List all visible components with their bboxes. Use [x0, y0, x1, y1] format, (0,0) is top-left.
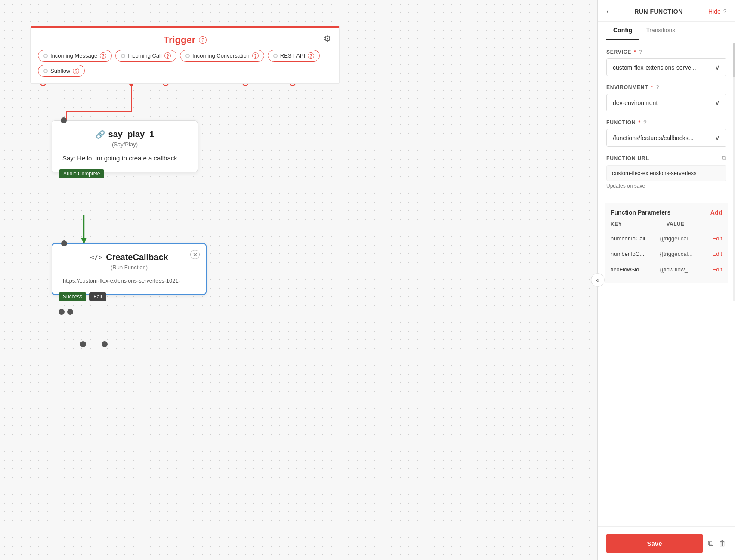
- trigger-tab-incoming-message[interactable]: Incoming Message ?: [38, 50, 112, 62]
- environment-field: ENVIRONMENT * ? dev-environment ∨: [606, 84, 726, 111]
- param-key-1: numberToC...: [611, 251, 660, 257]
- scroll-indicator: [733, 43, 735, 301]
- section-divider: [598, 196, 735, 196]
- param-edit-0[interactable]: Edit: [713, 235, 722, 242]
- service-required-star: *: [634, 49, 636, 55]
- callback-icon: </>: [90, 253, 102, 262]
- function-params-section: Function Parameters Add KEY VALUE number…: [605, 203, 728, 283]
- success-badge: Success: [59, 292, 86, 301]
- svg-point-9: [80, 341, 86, 347]
- function-field: FUNCTION * ? /functions/features/callbac…: [606, 119, 726, 147]
- function-label-text: FUNCTION: [606, 120, 636, 126]
- say-play-content: Say: Hello, im going to create a callbac…: [62, 154, 187, 162]
- copy-url-icon[interactable]: ⧉: [722, 154, 726, 162]
- function-chevron-icon: ∨: [715, 134, 720, 142]
- service-field: SERVICE * ? custom-flex-extensions-serve…: [606, 49, 726, 76]
- audio-complete-badge: Audio Complete: [59, 169, 104, 178]
- block-input-connector: [61, 117, 67, 123]
- panel-tabs: Config Transitions: [598, 22, 735, 40]
- tab-config[interactable]: Config: [606, 22, 639, 40]
- panel-back-button[interactable]: ‹: [606, 7, 609, 16]
- say-play-name: say_play_1: [108, 129, 154, 139]
- function-value: /functions/features/callbacks...: [613, 135, 694, 142]
- service-help-icon: ?: [639, 49, 643, 55]
- service-chevron-icon: ∨: [715, 63, 720, 71]
- tab-label: Incoming Conversation: [192, 52, 250, 59]
- delete-button[interactable]: 🗑: [719, 539, 726, 548]
- params-table-header: KEY VALUE: [611, 221, 722, 231]
- panel-top-bar: ‹ RUN FUNCTION Hide ?: [598, 0, 735, 22]
- environment-label-text: ENVIRONMENT: [606, 84, 648, 90]
- function-url-value: custom-flex-extensions-serverless: [606, 165, 726, 181]
- params-header: Function Parameters Add: [611, 209, 722, 216]
- collapse-panel-button[interactable]: «: [591, 273, 605, 287]
- function-url-label-text: FUNCTION URL: [606, 155, 649, 161]
- say-play-block[interactable]: 🔗 say_play_1 (Say/Play) Say: Hello, im g…: [52, 120, 198, 172]
- params-table: KEY VALUE numberToCall {{trigger.cal... …: [611, 221, 722, 277]
- param-key-0: numberToCall: [611, 235, 660, 242]
- tab-label: REST API: [280, 52, 305, 59]
- environment-value: dev-environment: [613, 99, 658, 106]
- tab-help-icon: ?: [252, 52, 259, 59]
- trigger-tab-rest-api[interactable]: REST API ?: [268, 50, 320, 62]
- close-button[interactable]: ✕: [190, 250, 200, 259]
- tab-dot: [273, 54, 278, 58]
- canvas: Trigger ? ⚙ Incoming Message ? Incoming …: [0, 0, 597, 560]
- panel-config-content: SERVICE * ? custom-flex-extensions-serve…: [598, 40, 735, 526]
- environment-required-star: *: [651, 84, 653, 90]
- tab-label: Incoming Call: [128, 52, 162, 59]
- function-url-note: Updates on save: [606, 183, 726, 189]
- param-edit-2[interactable]: Edit: [713, 266, 722, 273]
- environment-label: ENVIRONMENT * ?: [606, 84, 726, 90]
- block-input-connector: [61, 240, 67, 246]
- tab-help-icon: ?: [100, 52, 106, 59]
- params-row: flexFlowSid {{flow.flow_... Edit: [611, 262, 722, 277]
- success-output-dot: [59, 309, 65, 315]
- params-add-button[interactable]: Add: [710, 209, 722, 216]
- param-value-2: {{flow.flow_...: [660, 266, 709, 273]
- panel-help-icon: ?: [723, 8, 726, 15]
- callback-block[interactable]: ✕ </> CreateCallback (Run Function) http…: [52, 243, 207, 295]
- output-badges: Success Fail: [59, 292, 106, 301]
- function-url-section: FUNCTION URL ⧉ custom-flex-extensions-se…: [606, 154, 726, 189]
- trigger-tab-incoming-conversation[interactable]: Incoming Conversation ?: [180, 50, 264, 62]
- trigger-tabs: Incoming Message ? Incoming Call ? Incom…: [31, 50, 339, 83]
- param-value-1: {{trigger.cal...: [660, 251, 709, 257]
- output-dots: [59, 309, 73, 315]
- param-key-2: flexFlowSid: [611, 266, 660, 273]
- environment-chevron-icon: ∨: [715, 98, 720, 107]
- trigger-title: Trigger: [164, 34, 196, 46]
- function-required-star: *: [638, 120, 640, 126]
- service-select[interactable]: custom-flex-extensions-serve... ∨: [606, 58, 726, 76]
- panel-hide-button[interactable]: Hide: [708, 8, 721, 15]
- service-label: SERVICE * ?: [606, 49, 726, 55]
- environment-select[interactable]: dev-environment ∨: [606, 94, 726, 111]
- tab-help-icon: ?: [308, 52, 314, 59]
- params-col-key: KEY: [611, 221, 667, 227]
- param-edit-1[interactable]: Edit: [713, 251, 722, 257]
- callback-type: (Run Function): [63, 264, 195, 271]
- right-panel: « ‹ RUN FUNCTION Hide ? Config Transitio…: [597, 0, 735, 560]
- tab-dot: [185, 54, 190, 58]
- callback-url: https://custom-flex-extensions-serverles…: [63, 277, 195, 284]
- params-row: numberToCall {{trigger.cal... Edit: [611, 231, 722, 246]
- trigger-block: Trigger ? ⚙ Incoming Message ? Incoming …: [30, 26, 340, 84]
- tab-transitions[interactable]: Transitions: [639, 22, 682, 40]
- panel-title: RUN FUNCTION: [634, 8, 683, 15]
- tab-label: Subflow: [50, 68, 70, 74]
- function-select[interactable]: /functions/features/callbacks... ∨: [606, 129, 726, 147]
- params-row: numberToC... {{trigger.cal... Edit: [611, 246, 722, 262]
- fail-output-dot: [67, 309, 73, 315]
- function-url-label: FUNCTION URL ⧉: [606, 154, 726, 162]
- function-label: FUNCTION * ?: [606, 119, 726, 126]
- trigger-tab-subflow[interactable]: Subflow ?: [38, 65, 85, 77]
- panel-footer: Save ⧉ 🗑: [598, 526, 735, 560]
- duplicate-button[interactable]: ⧉: [708, 539, 713, 548]
- trigger-tab-incoming-call[interactable]: Incoming Call ?: [115, 50, 176, 62]
- say-play-type: (Say/Play): [62, 141, 187, 148]
- service-label-text: SERVICE: [606, 49, 631, 55]
- svg-point-10: [102, 341, 108, 347]
- fail-badge: Fail: [89, 292, 106, 301]
- trigger-settings-icon[interactable]: ⚙: [324, 34, 331, 44]
- save-button[interactable]: Save: [606, 534, 703, 553]
